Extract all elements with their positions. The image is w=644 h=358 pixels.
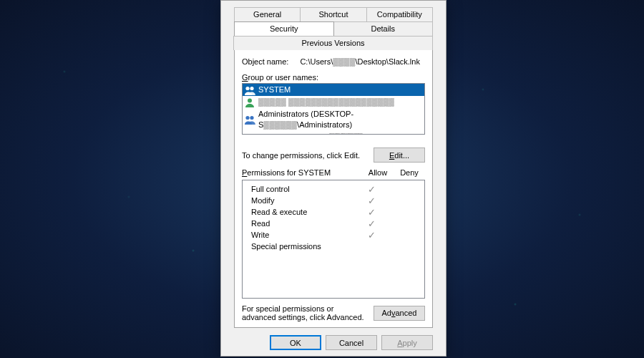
ok-button[interactable]: OK [270,335,321,350]
list-item-label: Users (DESKTOP-S▒▒▒▒▒▒\Users) [258,132,388,135]
svg-point-6 [250,133,253,135]
permission-row: Full control [248,183,419,195]
object-name-row: Object name: C:\Users\▒▒▒▒\Desktop\Slack… [242,57,425,66]
permission-name: Full control [248,185,356,193]
security-tab-panel: Object name: C:\Users\▒▒▒▒\Desktop\Slack… [234,49,433,328]
tab-general[interactable]: General [234,7,301,21]
permission-row: Write [248,229,419,241]
advanced-row: For special permissions or advanced sett… [242,304,425,321]
object-name-value: C:\Users\▒▒▒▒\Desktop\Slack.lnk [300,57,420,66]
group-icon [244,132,255,135]
edit-permissions-row: To change permissions, click Edit. Edit.… [242,147,425,163]
permission-allow [356,208,387,217]
permission-row: Special permissions [248,241,419,252]
svg-point-5 [245,133,249,135]
advanced-button[interactable]: Advanced [374,306,425,321]
permission-row: Modify [248,195,419,206]
svg-point-4 [250,116,253,120]
svg-point-0 [245,86,249,90]
tab-shortcut[interactable]: Shortcut [300,7,366,21]
permission-name: Modify [248,196,356,205]
list-item-label: ▒▒▒▒▒ ▒▒▒▒▒▒▒▒▒▒▒▒▒▒▒▒▒▒▒ [258,97,394,107]
apply-button[interactable]: Apply [381,335,433,350]
permission-name: Read & execute [248,208,356,216]
permission-name: Write [248,231,356,239]
svg-point-3 [245,116,249,120]
permission-allow [356,196,387,205]
svg-point-2 [248,98,252,102]
list-item-label: SYSTEM [258,84,291,95]
advanced-hint: For special permissions or advanced sett… [242,304,368,321]
tab-compatibility[interactable]: Compatibility [366,7,433,21]
object-name-label: Object name: [242,57,288,66]
tab-previous-versions[interactable]: Previous Versions [233,36,433,50]
list-item-label: Administrators (DESKTOP-S▒▒▒▒▒▒\Administ… [258,109,422,130]
permission-name: Read [248,219,356,228]
permission-name: Special permissions [248,242,356,251]
group-user-label: Group or user names: [242,73,318,82]
edit-button[interactable]: Edit... [374,147,425,163]
group-icon [244,85,255,95]
permission-allow [356,185,387,194]
permission-allow [356,231,387,240]
cancel-button[interactable]: Cancel [326,335,377,350]
svg-point-1 [250,86,253,90]
list-item[interactable]: Users (DESKTOP-S▒▒▒▒▒▒\Users) [243,131,424,135]
group-icon [244,115,255,125]
list-item[interactable]: SYSTEM [243,84,424,96]
tab-strip: General Shortcut Compatibility Security … [234,7,433,50]
user-icon [244,97,255,107]
tab-security[interactable]: Security [234,21,334,36]
permissions-section: Permissions for SYSTEM Allow Deny Full c… [242,168,425,299]
permission-row: Read [248,218,419,229]
permissions-allow-header: Allow [362,168,394,177]
group-user-section: Group or user names: SYSTEM▒▒▒▒▒ ▒▒▒▒▒▒▒… [242,73,425,135]
permissions-list: Full controlModifyRead & executeReadWrit… [242,180,425,299]
tab-details[interactable]: Details [333,21,434,36]
permissions-header: Permissions for SYSTEM Allow Deny [242,168,425,177]
list-item[interactable]: Administrators (DESKTOP-S▒▒▒▒▒▒\Administ… [243,108,424,131]
permissions-deny-header: Deny [394,168,425,177]
permission-allow [356,219,387,228]
list-item[interactable]: ▒▒▒▒▒ ▒▒▒▒▒▒▒▒▒▒▒▒▒▒▒▒▒▒▒ [243,96,424,108]
edit-hint: To change permissions, click Edit. [242,151,360,160]
properties-dialog: General Shortcut Compatibility Security … [220,0,447,357]
permission-row: Read & execute [248,206,419,218]
group-user-list[interactable]: SYSTEM▒▒▒▒▒ ▒▒▒▒▒▒▒▒▒▒▒▒▒▒▒▒▒▒▒ Administ… [242,83,425,135]
dialog-footer: OK Cancel Apply [227,328,440,350]
